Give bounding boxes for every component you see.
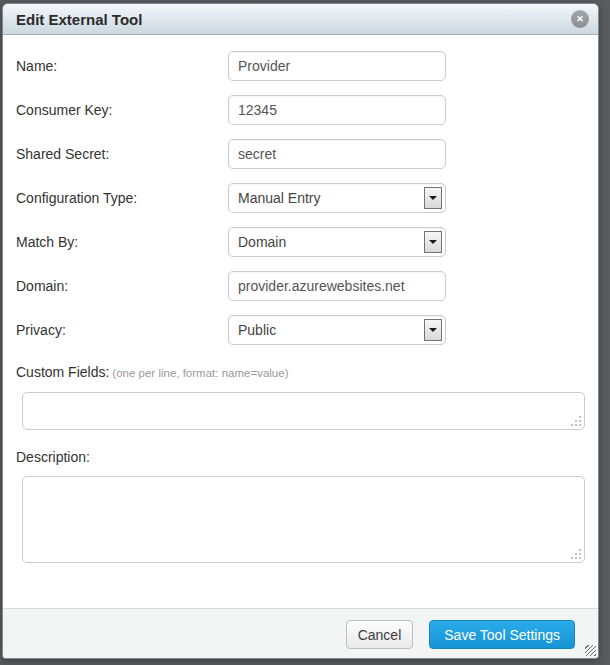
description-label-row: Description: xyxy=(16,448,598,466)
textarea-resize-grip-icon[interactable] xyxy=(570,548,581,559)
textarea-resize-grip-icon[interactable] xyxy=(570,415,581,426)
dialog-header[interactable]: Edit External Tool ✕ xyxy=(3,4,598,35)
configuration-type-selected-value: Manual Entry xyxy=(238,190,320,206)
close-icon: ✕ xyxy=(576,15,584,24)
cancel-button[interactable]: Cancel xyxy=(346,620,414,649)
form-row-shared-secret: Shared Secret: xyxy=(16,139,598,169)
privacy-selected-value: Public xyxy=(238,322,276,338)
description-textarea-wrap xyxy=(22,476,585,563)
screen-backdrop: Edit External Tool ✕ Name: Consumer Key:… xyxy=(0,0,610,665)
configuration-type-select[interactable]: Manual Entry xyxy=(228,183,446,213)
custom-fields-textarea-wrap xyxy=(22,392,585,430)
description-textarea[interactable] xyxy=(22,476,585,563)
chevron-down-icon xyxy=(424,187,442,209)
save-tool-settings-button[interactable]: Save Tool Settings xyxy=(429,620,575,649)
custom-fields-label: Custom Fields: xyxy=(16,364,109,380)
shared-secret-input[interactable] xyxy=(228,139,446,169)
form-row-privacy: Privacy: Public xyxy=(16,315,598,345)
match-by-selected-value: Domain xyxy=(238,234,286,250)
consumer-key-input[interactable] xyxy=(228,95,446,125)
custom-fields-hint: (one per line, format: name=value) xyxy=(112,367,288,379)
close-button[interactable]: ✕ xyxy=(571,10,589,28)
form-row-configuration-type: Configuration Type: Manual Entry xyxy=(16,183,598,213)
shared-secret-label: Shared Secret: xyxy=(16,146,228,162)
name-label: Name: xyxy=(16,58,228,74)
match-by-label: Match By: xyxy=(16,234,228,250)
domain-input[interactable] xyxy=(228,271,446,301)
chevron-down-icon xyxy=(424,319,442,341)
match-by-select[interactable]: Domain xyxy=(228,227,446,257)
custom-fields-label-row: Custom Fields:(one per line, format: nam… xyxy=(16,363,598,382)
form-row-match-by: Match By: Domain xyxy=(16,227,598,257)
domain-label: Domain: xyxy=(16,278,228,294)
form-row-name: Name: xyxy=(16,51,598,81)
custom-fields-textarea[interactable] xyxy=(22,392,585,430)
dialog-body: Name: Consumer Key: Shared Secret: Confi… xyxy=(3,35,598,608)
privacy-select[interactable]: Public xyxy=(228,315,446,345)
description-label: Description: xyxy=(16,449,90,465)
dialog-footer: Cancel Save Tool Settings xyxy=(3,608,598,658)
configuration-type-label: Configuration Type: xyxy=(16,190,228,206)
privacy-label: Privacy: xyxy=(16,322,228,338)
form-row-consumer-key: Consumer Key: xyxy=(16,95,598,125)
form-row-domain: Domain: xyxy=(16,271,598,301)
name-input[interactable] xyxy=(228,51,446,81)
dialog-resize-grip-icon[interactable] xyxy=(585,645,596,656)
dialog-title: Edit External Tool xyxy=(16,11,142,28)
consumer-key-label: Consumer Key: xyxy=(16,102,228,118)
edit-external-tool-dialog: Edit External Tool ✕ Name: Consumer Key:… xyxy=(2,3,599,659)
chevron-down-icon xyxy=(424,231,442,253)
